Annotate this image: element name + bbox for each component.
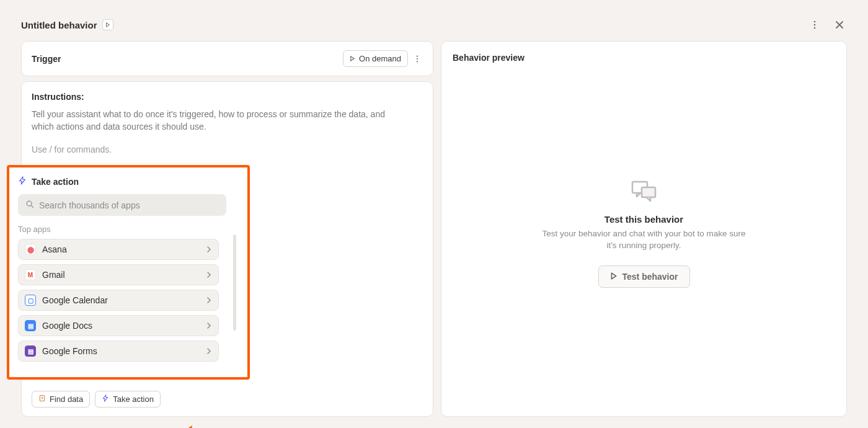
app-item-google-docs[interactable]: ▤ Google Docs [18, 315, 219, 336]
lightning-icon [102, 395, 109, 404]
test-behavior-button[interactable]: Test behavior [598, 265, 690, 288]
svg-rect-7 [40, 396, 45, 401]
document-icon [38, 395, 46, 404]
close-icon[interactable] [832, 17, 847, 32]
chat-icon [631, 180, 658, 205]
app-item-label: Google Docs [42, 321, 92, 331]
chevron-right-icon [206, 270, 212, 280]
play-icon [610, 272, 618, 282]
top-apps-label: Top apps [18, 225, 239, 234]
trigger-mode-label: On demand [359, 54, 401, 63]
app-item-google-forms[interactable]: ▤ Google Forms [18, 341, 219, 362]
take-action-button[interactable]: Take action [95, 391, 161, 408]
svg-point-4 [417, 58, 418, 59]
chevron-right-icon [206, 295, 212, 305]
app-search-input[interactable] [39, 200, 219, 210]
svg-point-3 [417, 55, 418, 56]
trigger-label: Trigger [32, 54, 61, 64]
preview-subtitle: Test your behavior and chat with your bo… [539, 228, 750, 252]
google-forms-icon: ▤ [25, 346, 36, 357]
app-item-gmail[interactable]: M Gmail [18, 264, 219, 285]
preview-panel: Behavior preview Test this behavior Test… [441, 41, 847, 417]
trigger-card: Trigger On demand [21, 41, 433, 76]
run-icon[interactable] [102, 19, 113, 30]
take-action-popover: Take action Top apps ⬤ Asana [7, 165, 250, 380]
test-behavior-label: Test behavior [622, 272, 678, 282]
take-action-label: Take action [113, 395, 154, 404]
google-docs-icon: ▤ [25, 320, 36, 331]
instructions-help: Tell your assistant what to do once it's… [32, 108, 397, 133]
app-search-box[interactable] [18, 194, 226, 216]
app-item-label: Gmail [42, 270, 65, 280]
more-menu-icon[interactable] [807, 17, 822, 32]
chevron-right-icon [206, 321, 212, 331]
topbar: Untitled behavior [6, 6, 862, 41]
asana-icon: ⬤ [25, 244, 36, 255]
svg-point-0 [814, 21, 816, 23]
svg-point-1 [814, 24, 816, 26]
gmail-icon: M [25, 269, 36, 280]
svg-point-5 [417, 61, 418, 62]
find-data-button[interactable]: Find data [32, 391, 90, 408]
instructions-title: Instructions: [32, 92, 423, 102]
svg-point-6 [27, 201, 32, 206]
app-item-label: Asana [42, 244, 67, 254]
search-icon [25, 200, 34, 210]
preview-panel-title: Behavior preview [453, 53, 835, 63]
behavior-title[interactable]: Untitled behavior [21, 20, 97, 30]
chevron-right-icon [206, 346, 212, 356]
app-item-label: Google Forms [42, 346, 97, 356]
lightning-icon [18, 176, 27, 187]
instructions-input[interactable]: Use / for commands. [32, 145, 423, 154]
svg-rect-9 [642, 187, 655, 197]
find-data-label: Find data [50, 395, 83, 404]
annotation-arrow [175, 418, 268, 428]
trigger-mode-chip[interactable]: On demand [343, 50, 408, 67]
google-calendar-icon: ▢ [25, 295, 36, 306]
preview-heading: Test this behavior [604, 214, 683, 225]
chevron-right-icon [206, 244, 212, 254]
app-item-google-calendar[interactable]: ▢ Google Calendar [18, 290, 219, 311]
trigger-more-icon[interactable] [412, 51, 423, 66]
popover-title: Take action [32, 177, 79, 187]
app-item-label: Google Calendar [42, 295, 108, 305]
scrollbar[interactable] [233, 234, 236, 331]
app-item-asana[interactable]: ⬤ Asana [18, 239, 219, 260]
svg-point-2 [814, 27, 816, 29]
instructions-card: Instructions: Tell your assistant what t… [21, 81, 433, 417]
